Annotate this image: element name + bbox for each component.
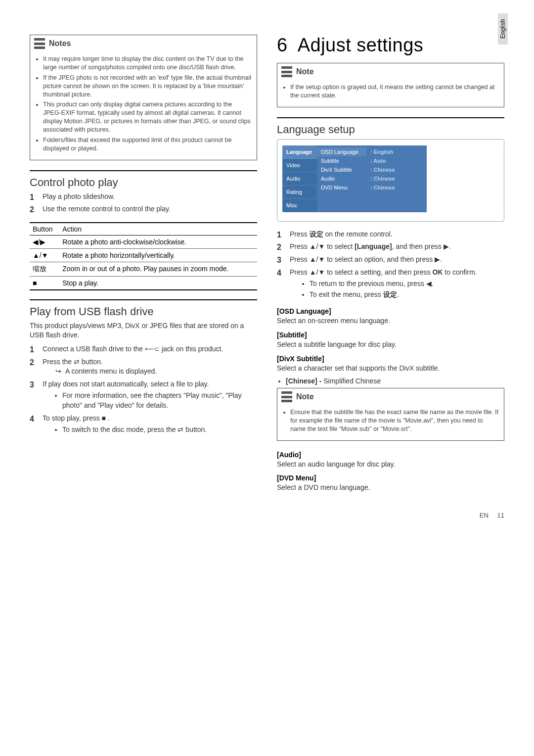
sub-bullet: To switch to the disc mode, press the bu… <box>62 425 257 435</box>
note-title: Note <box>296 67 314 76</box>
sub-bullet: To exit the menu, press 设定. <box>310 290 504 300</box>
table-row: ■ Stop a play. <box>30 276 257 290</box>
cell-action: Rotate a photo anti-clockwise/clockwise. <box>59 235 257 248</box>
term-body: Select a character set that supports the… <box>277 364 504 374</box>
stop-icon <box>102 414 106 422</box>
sub-bullet: [Chinese] - Simplified Chinese <box>286 377 504 385</box>
setup-key: DVD Menu <box>317 183 366 192</box>
setup-tab-language: Language <box>282 145 317 159</box>
note-item: It may require longer time to display th… <box>43 55 252 72</box>
note-item: If the JPEG photo is not recorded with a… <box>43 74 252 99</box>
usb-icon <box>145 345 160 353</box>
note-icon <box>34 38 45 49</box>
term-body: Select a DVD menu language. <box>277 483 504 493</box>
result-sub: A contents menu is displayed. <box>43 367 257 377</box>
note-icon <box>281 391 292 402</box>
note-title: Note <box>296 392 314 401</box>
page-footer: EN 11 <box>30 512 504 519</box>
term-body: Select an on-screen menu language. <box>277 316 504 326</box>
note-item: Ensure that the subtitle file has the ex… <box>290 408 499 433</box>
setup-key: Subtitle <box>317 156 366 165</box>
setup-key: Audio <box>317 174 366 183</box>
setup-menu-screenshot: Language Video Audio Rating Misc OSD Lan… <box>277 139 504 222</box>
footer-lang: EN <box>480 512 489 519</box>
term-subtitle: [Subtitle] <box>277 331 504 339</box>
th-button: Button <box>30 223 59 236</box>
term-body: Select a subtitle language for disc play… <box>277 340 504 350</box>
th-action: Action <box>59 223 257 236</box>
term-divx-subtitle: [DivX Subtitle] <box>277 355 504 363</box>
chapter-heading: 6 Adjust settings <box>277 35 504 56</box>
source-icon <box>178 425 183 433</box>
step: Press the button. A contents menu is dis… <box>30 357 257 377</box>
step: Press to select an option, and then pres… <box>277 255 504 265</box>
notes-box: Notes It may require longer time to disp… <box>30 35 257 160</box>
term-osd-language: [OSD Language] <box>277 307 504 315</box>
footer-page: 11 <box>497 512 504 519</box>
note-icon <box>281 66 292 77</box>
step: Play a photo slideshow. <box>30 192 257 202</box>
cell-action: Rotate a photo horizontally/vertically. <box>59 248 257 262</box>
usb-heading: Play from USB flash drive <box>30 305 257 318</box>
setup-val: : Chinese <box>366 165 427 174</box>
step: If play does not start automatically, se… <box>30 379 257 411</box>
cell-action: Stop a play. <box>59 276 257 290</box>
setup-key: OSD Language <box>317 147 366 156</box>
setup-key-label: 设定 <box>383 290 397 298</box>
setup-val: : Chinese <box>366 183 427 192</box>
note-box: Note If the setup option is grayed out, … <box>277 63 504 107</box>
source-icon <box>74 358 80 366</box>
language-side-tab: English <box>498 13 508 45</box>
note-item: Folders/files that exceed the supported … <box>43 136 252 153</box>
step: To stop play, press . To switch to the d… <box>30 414 257 435</box>
up-down-icon <box>310 242 325 250</box>
cell-button: 缩放 <box>30 262 59 276</box>
cell-button: ■ <box>30 276 59 290</box>
setup-tab-misc: Misc <box>282 199 317 212</box>
term-dvd-menu: [DVD Menu] <box>277 474 504 482</box>
language-setup-heading: Language setup <box>277 123 504 136</box>
control-photo-heading: Control photo play <box>30 176 257 189</box>
term-audio: [Audio] <box>277 451 504 459</box>
setup-val: : Auto <box>366 156 427 165</box>
left-icon <box>426 280 432 287</box>
setup-val: : Chinese <box>366 174 427 183</box>
table-row: 缩放 Zoom in or out of a photo. Play pause… <box>30 262 257 276</box>
cell-action: Zoom in or out of a photo. Play pauses i… <box>59 262 257 276</box>
step: Press to select a setting, and then pres… <box>277 268 504 300</box>
sub-bullet: To return to the previous menu, press . <box>310 279 504 289</box>
note-item: If the setup option is grayed out, it me… <box>290 83 499 100</box>
sub-bullet: For more information, see the chapters "… <box>62 391 257 410</box>
notes-title: Notes <box>49 39 71 48</box>
note-item: This product can only display digital ca… <box>43 100 252 134</box>
right-icon <box>444 242 449 250</box>
right-icon <box>435 255 440 263</box>
setup-tab-rating: Rating <box>282 186 317 199</box>
setup-tab-video: Video <box>282 159 317 172</box>
table-row: ◀/▶ Rotate a photo anti-clockwise/clockw… <box>30 235 257 248</box>
step: Connect a USB flash drive to the jack on… <box>30 344 257 354</box>
setup-tab-audio: Audio <box>282 172 317 186</box>
step: Use the remote control to control the pl… <box>30 204 257 214</box>
button-action-table: Button Action ◀/▶ Rotate a photo anti-cl… <box>30 222 257 290</box>
setup-val: : English <box>366 147 427 156</box>
term-body: Select an audio language for disc play. <box>277 460 504 470</box>
up-down-icon <box>310 255 325 263</box>
setup-key: DivX Subtitle <box>317 165 366 174</box>
usb-intro: This product plays/views MP3, DivX or JP… <box>30 321 257 340</box>
table-row: ▲/▼ Rotate a photo horizontally/vertical… <box>30 248 257 262</box>
note-box: Note Ensure that the subtitle file has t… <box>277 388 504 441</box>
up-down-icon <box>310 268 325 276</box>
cell-button: ▲/▼ <box>30 248 59 262</box>
step: Press to select [Language], and then pre… <box>277 242 504 252</box>
setup-key-label: 设定 <box>310 230 323 238</box>
cell-button: ◀/▶ <box>30 235 59 248</box>
step: Press 设定 on the remote control. <box>277 230 504 239</box>
